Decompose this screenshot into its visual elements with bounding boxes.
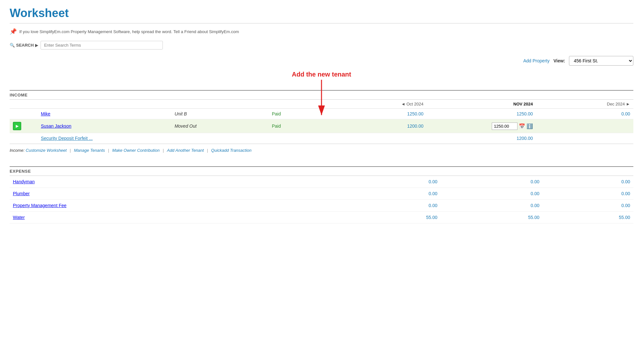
table-row: Security Deposit Forfeit ... 1200.00: [10, 133, 633, 144]
toolbar-row: Add Property View: 456 First St. 123 Mai…: [10, 56, 633, 66]
susan-play-button[interactable]: ▶: [13, 122, 21, 130]
mike-name-link[interactable]: Mike: [41, 111, 51, 116]
water-nov[interactable]: 55.00: [528, 215, 539, 220]
quickadd-transaction-link[interactable]: Quickadd Transaction: [211, 148, 252, 153]
table-row: Property Management Fee 0.00 0.00 0.00: [10, 200, 633, 212]
susan-oct-amount[interactable]: 1200.00: [407, 123, 424, 129]
annotation-arrow: [309, 80, 334, 118]
search-bar: 🔍 SEARCH ▶: [10, 41, 633, 50]
pmf-nov[interactable]: 0.00: [531, 203, 539, 208]
susan-nov-editable: 📅 ℹ️: [492, 123, 533, 130]
table-row: ▶ Susan Jackson Moved Out Paid 1200.00 📅…: [10, 119, 633, 133]
col-dec-header: Dec 2024 ►: [536, 100, 633, 109]
susan-name-link[interactable]: Susan Jackson: [41, 123, 71, 129]
promo-bar: 📌 If you love SimplifyEm.com Property Ma…: [10, 28, 633, 35]
annotation-area: Add the new tenant: [10, 71, 633, 90]
handyman-dec[interactable]: 0.00: [621, 179, 630, 184]
add-property-link[interactable]: Add Property: [523, 58, 550, 63]
plumber-oct[interactable]: 0.00: [429, 191, 437, 196]
water-dec[interactable]: 55.00: [619, 215, 630, 220]
col-oct-header: ◄ Oct 2024: [330, 100, 427, 109]
mike-unit: Unit B: [171, 109, 268, 119]
make-owner-contribution-link[interactable]: Make Owner Contribution: [112, 148, 160, 153]
table-row: Plumber 0.00 0.00 0.00: [10, 188, 633, 200]
expense-table: Handyman 0.00 0.00 0.00 Plumber 0.00 0.0…: [10, 176, 633, 223]
customize-worksheet-link[interactable]: Customize Worksheet: [26, 148, 67, 153]
susan-status: Paid: [269, 119, 330, 133]
plumber-nov[interactable]: 0.00: [531, 191, 539, 196]
title-divider: [10, 23, 633, 23]
income-actions-prefix: Income:: [10, 148, 26, 153]
pmf-dec[interactable]: 0.00: [621, 203, 630, 208]
handyman-oct[interactable]: 0.00: [429, 179, 437, 184]
search-label: 🔍 SEARCH ▶: [10, 43, 38, 48]
view-label: View:: [554, 58, 565, 63]
security-dec-amount: [536, 133, 633, 144]
add-another-tenant-link[interactable]: Add Another Tenant: [167, 148, 204, 153]
table-row: Water 55.00 55.00 55.00: [10, 212, 633, 223]
expense-section-header: EXPENSE: [10, 166, 633, 176]
water-link[interactable]: Water: [13, 215, 25, 220]
income-actions: Income: Customize Worksheet | Manage Ten…: [10, 144, 633, 157]
security-deposit-link[interactable]: Security Deposit Forfeit ...: [41, 136, 93, 141]
security-nov-amount[interactable]: 1200.00: [517, 136, 533, 141]
annotation-text: Add the new tenant: [292, 71, 351, 78]
pmf-oct[interactable]: 0.00: [429, 203, 437, 208]
promo-icon: 📌: [10, 28, 17, 35]
expense-section: EXPENSE Handyman 0.00 0.00 0.00 Plumber: [10, 166, 633, 223]
security-oct-amount: [330, 133, 427, 144]
promo-text: If you love SimplifyEm.com Property Mana…: [19, 29, 239, 34]
page-title: Worksheet: [10, 6, 633, 20]
table-row: Handyman 0.00 0.00 0.00: [10, 176, 633, 188]
mike-nov-amount[interactable]: 1250.00: [517, 111, 533, 116]
info-icon[interactable]: ℹ️: [527, 123, 533, 129]
search-arrow-icon: ▶: [35, 43, 38, 48]
plumber-dec[interactable]: 0.00: [621, 191, 630, 196]
susan-dec-amount: [536, 119, 633, 133]
view-select[interactable]: 456 First St. 123 Main St. 789 Oak Ave.: [569, 56, 633, 66]
calendar-icon[interactable]: 📅: [519, 123, 525, 129]
handyman-link[interactable]: Handyman: [13, 179, 35, 184]
handyman-nov[interactable]: 0.00: [531, 179, 539, 184]
manage-tenants-link[interactable]: Manage Tenants: [74, 148, 105, 153]
mike-dec-amount[interactable]: 0.00: [621, 111, 630, 116]
plumber-link[interactable]: Plumber: [13, 191, 30, 196]
search-input[interactable]: [41, 41, 163, 50]
property-mgmt-fee-link[interactable]: Property Management Fee: [13, 203, 67, 208]
susan-unit: Moved Out: [171, 119, 268, 133]
water-oct[interactable]: 55.00: [426, 215, 437, 220]
col-nov-header: NOV 2024: [427, 100, 536, 109]
search-icon: 🔍: [10, 43, 15, 48]
susan-nov-input[interactable]: [492, 123, 517, 130]
mike-oct-amount[interactable]: 1250.00: [407, 111, 424, 116]
